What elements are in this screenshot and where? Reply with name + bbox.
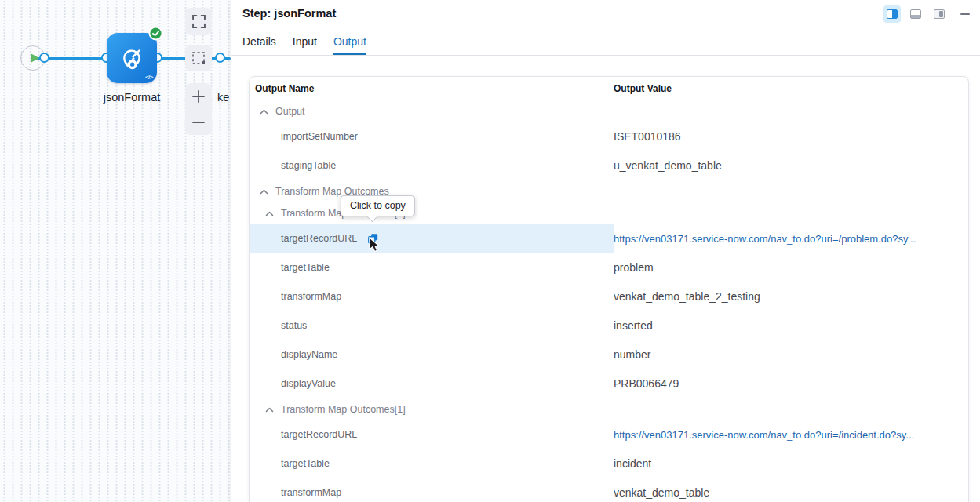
partial-node-label: ke <box>217 91 229 104</box>
panel-header: Step: jsonFormat Details Input Output <box>231 0 980 56</box>
fit-to-screen-button[interactable] <box>185 8 212 35</box>
table-row: transformMapvenkat_demo_table <box>250 478 968 502</box>
section-label: Output <box>275 106 305 117</box>
output-name-cell: stagingTable <box>250 151 614 180</box>
output-value: incident <box>614 457 651 470</box>
plus-icon <box>191 89 206 104</box>
output-name: targetTable <box>281 458 330 469</box>
expand-icon <box>192 15 206 28</box>
flow-canvas[interactable]: </> jsonFormat ke <box>0 0 231 502</box>
output-value-cell: ISET0010186 <box>614 122 968 151</box>
section-label: Transform Map Outcomes[1] <box>281 404 406 415</box>
output-value-link[interactable]: https://ven03171.service-now.com/nav_to.… <box>614 429 914 441</box>
output-name: transformMap <box>281 487 341 498</box>
table-row: statusinserted <box>250 311 968 340</box>
chevron-up-icon[interactable] <box>260 109 268 115</box>
minimize-button[interactable] <box>954 5 971 23</box>
chevron-up-icon[interactable] <box>265 211 274 216</box>
table-row: targetRecordURLhttps://ven03171.service-… <box>250 420 968 449</box>
output-name-cell: importSetNumber <box>250 122 614 151</box>
output-value-cell: number <box>614 340 968 369</box>
table-row: importSetNumberISET0010186 <box>250 122 968 151</box>
output-value-cell: PRB0066479 <box>614 369 968 398</box>
output-name-cell: transformMap <box>250 478 614 502</box>
output-value-cell: problem <box>614 253 968 282</box>
output-name-cell: displayName <box>250 340 614 369</box>
output-name: transformMap <box>281 291 341 302</box>
tab-bar: Details Input Output <box>242 35 366 55</box>
output-table: Output Name Output Value OutputimportSet… <box>249 76 969 502</box>
marquee-icon <box>191 51 206 66</box>
flow-node-jsonformat[interactable]: </> <box>107 33 157 83</box>
layout-panel-button[interactable] <box>931 5 948 23</box>
layout-bottom-icon <box>910 9 921 19</box>
code-icon: </> <box>145 74 153 81</box>
json-transform-icon <box>117 43 147 73</box>
output-name: importSetNumber <box>281 131 358 142</box>
output-value-cell: venkat_demo_table <box>614 478 968 502</box>
output-value-cell: https://ven03171.service-now.com/nav_to.… <box>614 420 968 449</box>
minus-icon <box>191 115 206 129</box>
minimize-icon <box>960 13 970 16</box>
output-value-cell: https://ven03171.service-now.com/nav_to.… <box>614 224 968 253</box>
output-value: PRB0066479 <box>614 377 679 390</box>
zoom-in-button[interactable] <box>185 83 212 109</box>
tab-details[interactable]: Details <box>242 35 276 55</box>
output-name-cell: targetTable <box>250 449 614 478</box>
output-name-cell: status <box>250 311 614 340</box>
section-row[interactable]: Output <box>250 100 968 122</box>
output-value-cell: venkat_demo_table_2_testing <box>614 282 968 311</box>
output-name-cell[interactable]: targetRecordURL <box>250 224 614 253</box>
layout-split-right-button[interactable] <box>883 5 901 23</box>
output-name: displayName <box>281 349 337 360</box>
table-row: displayNamenumber <box>250 340 968 369</box>
output-name: displayValue <box>281 378 336 389</box>
play-icon <box>31 53 39 63</box>
marquee-select-button[interactable] <box>185 45 212 71</box>
window-controls <box>883 5 971 23</box>
output-value: problem <box>614 261 654 274</box>
tab-input[interactable]: Input <box>293 35 317 55</box>
table-row: displayValuePRB0066479 <box>250 369 968 398</box>
zoom-controls <box>185 83 212 135</box>
output-name: targetTable <box>281 262 330 273</box>
chevron-up-icon[interactable] <box>265 407 274 413</box>
output-value: venkat_demo_table_2_testing <box>614 290 760 303</box>
table-row: stagingTableu_venkat_demo_table <box>250 151 968 180</box>
chevron-up-icon[interactable] <box>260 189 268 195</box>
table-row: targetTableproblem <box>250 253 968 282</box>
layout-panel-icon <box>934 9 945 19</box>
output-name: stagingTable <box>281 160 336 171</box>
output-value: number <box>614 348 650 361</box>
connector-port[interactable] <box>215 53 225 63</box>
output-name: targetRecordURL <box>281 233 357 244</box>
output-value: inserted <box>614 319 653 332</box>
output-table-rows: OutputimportSetNumberISET0010186stagingT… <box>250 100 968 502</box>
output-value-cell: incident <box>614 449 968 478</box>
table-row: targetTableincident <box>250 449 968 478</box>
zoom-out-button[interactable] <box>185 109 212 135</box>
output-name-cell: displayValue <box>250 369 614 398</box>
check-circle-icon <box>148 26 163 41</box>
output-value: u_venkat_demo_table <box>614 159 722 172</box>
layout-right-icon <box>887 9 898 19</box>
output-name: status <box>281 320 307 331</box>
output-value-link[interactable]: https://ven03171.service-now.com/nav_to.… <box>614 233 916 245</box>
mouse-cursor <box>369 237 382 254</box>
step-detail-panel: Step: jsonFormat Details Input Output Ou… <box>231 0 980 502</box>
column-header-output-value: Output Value <box>614 83 968 94</box>
output-value-cell: u_venkat_demo_table <box>614 151 968 180</box>
output-value: venkat_demo_table <box>614 486 709 499</box>
output-name-cell: transformMap <box>250 282 614 311</box>
output-value-cell: inserted <box>614 311 968 340</box>
column-header-output-name: Output Name <box>250 83 614 94</box>
section-row[interactable]: Transform Map Outcomes[1] <box>250 398 968 420</box>
output-name: targetRecordURL <box>281 429 357 440</box>
layout-bottom-button[interactable] <box>907 5 924 23</box>
output-name-cell: targetTable <box>250 253 614 282</box>
page-title: Step: jsonFormat <box>242 7 336 20</box>
tab-output[interactable]: Output <box>333 35 366 55</box>
table-row: transformMapvenkat_demo_table_2_testing <box>250 282 968 311</box>
output-name-cell: targetRecordURL <box>250 420 614 449</box>
connector-port[interactable] <box>39 53 49 63</box>
